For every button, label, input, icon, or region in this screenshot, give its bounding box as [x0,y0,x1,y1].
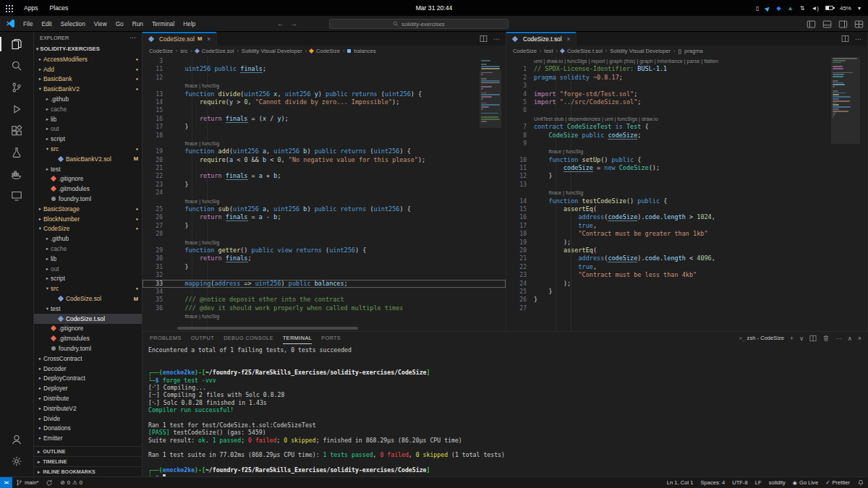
new-terminal-icon[interactable]: + [790,335,793,342]
code-line[interactable]: 10 function setUp() public { [506,156,867,164]
go-live-item[interactable]: ◉Go Live [789,477,822,488]
breadcrumb-item[interactable]: CodeSize.t.sol [567,48,603,54]
run-debug-icon[interactable] [0,98,34,120]
code-line[interactable]: 15 assertEq( [506,205,867,213]
encoding-item[interactable]: UTF-8 [728,477,752,488]
timeline-section[interactable]: ▸TIMELINE [34,456,142,466]
code-line[interactable]: 19 function add(uint256 a, uint256 b) pu… [142,147,506,155]
code-line[interactable]: 3 [506,82,867,90]
code-line[interactable]: 13 [506,181,867,189]
tree-item-BasicBank[interactable]: ▸BasicBank● [34,74,142,85]
tree-item-cache[interactable]: ▸cache [34,244,142,254]
code-line[interactable]: 18 "Contract must be greater than 1kb" [506,230,867,238]
code-line[interactable]: 23 "Contract must be less than 4kb" [506,271,867,279]
explorer-icon[interactable] [0,33,34,55]
codelens-row[interactable]: ftrace | funcSig [142,140,506,147]
tree-item-script[interactable]: ▸script [34,274,142,284]
tab-codesize-sol[interactable]: CodeSize.sol M × [142,32,217,46]
breadcrumb-item[interactable]: CodeSize [316,48,340,54]
code-line[interactable]: 4import "forge-std/Test.sol"; [506,90,867,98]
tree-item-Deployer[interactable]: ▸Deployer [34,383,142,393]
code-line[interactable]: 21 [142,164,506,172]
code-line[interactable]: 11 uint256 public finals; [142,65,506,73]
code-line[interactable]: 35 /// @notice deposit ether into the co… [142,296,506,304]
tree-item-script[interactable]: ▸script [34,134,142,144]
code-line[interactable]: 28 [142,230,506,238]
places-menu[interactable]: Places [45,0,74,16]
tree-item-src[interactable]: ▾src● [34,283,142,294]
source-control-icon[interactable] [0,77,34,98]
tree-item-src[interactable]: ▾src● [34,144,142,154]
terminal-dropdown-icon[interactable]: ∨ [799,335,804,342]
tree-item-Decoder[interactable]: ▸Decoder [34,364,142,374]
tree-item-.gitmodules[interactable]: .gitmodules [34,333,142,343]
code-line[interactable]: 26 return finals = a - b; [142,213,506,221]
kill-terminal-icon[interactable] [822,335,830,342]
code-line[interactable]: 16 return finals = (x / y); [142,115,506,123]
tree-item-.gitignore[interactable]: .gitignore [34,324,142,334]
breadcrumb-item[interactable]: src [180,48,187,54]
codelens-row[interactable]: ftrace | funcSig [142,82,506,90]
tree-item-Donations[interactable]: ▸Donations [34,423,142,433]
terminal-output[interactable]: Encountered a total of 1 failing tests, … [142,344,868,476]
code-line[interactable]: 23 } [142,181,506,189]
code-editor-codesize-t-sol[interactable]: uml | draw.io | funcSigs | report | grap… [506,56,867,331]
tree-item-out[interactable]: ▸out [34,124,142,134]
customize-layout-icon[interactable] [854,20,864,29]
codelens-row[interactable]: UnitTest stub | dependencies | uml | fun… [506,115,867,123]
tree-item-test[interactable]: ▾test [34,304,142,314]
editor-more-actions-icon[interactable]: ⋯ [855,35,861,43]
tree-item-lib[interactable]: ▸lib [34,254,142,264]
split-editor-icon[interactable] [480,35,488,43]
code-line[interactable]: 15 [142,106,506,114]
close-tab-icon[interactable]: × [207,35,210,43]
docker-icon[interactable] [0,163,34,185]
panel-tab-ports[interactable]: PORTS [321,332,341,344]
tree-item-.github[interactable]: ▸.github [34,94,142,104]
breadcrumb-item[interactable]: balances [354,48,375,54]
code-line[interactable]: 26} [506,296,867,304]
maximize-panel-icon[interactable]: ∧ [848,335,852,342]
breadcrumb-item[interactable]: Solidity Visual Developer [610,48,671,54]
tree-item-DeployContract[interactable]: ▸DeployContract [34,374,142,384]
tree-item-DistributeV2[interactable]: ▸DistributeV2 [34,403,142,414]
menu-selection[interactable]: Selection [56,16,90,31]
code-line[interactable]: 20 assertEq( [506,247,867,254]
code-line[interactable]: 24 ); [506,280,867,288]
breadcrumb-item[interactable]: Solidity Visual Developer [242,48,302,54]
apps-menu[interactable]: Apps [19,0,43,16]
code-line[interactable]: 31 } [142,263,506,271]
tree-item-foundry.toml[interactable]: foundry.toml [34,343,142,354]
toggle-panel-icon[interactable] [822,20,832,29]
code-editor-codesize-sol[interactable]: 311 uint256 public finals;12ftrace | fun… [142,56,506,331]
clock[interactable]: Mar 31 20:44 [416,4,453,12]
tree-item-CrossContract[interactable]: ▸CrossContract [34,354,142,364]
tree-item-out[interactable]: ▸out [34,264,142,274]
code-line[interactable]: 30 return finals; [142,254,506,262]
menu-go[interactable]: Go [111,16,128,31]
prettier-item[interactable]: ✓Prettier [822,477,854,488]
tree-item-Distribute[interactable]: ▸Distribute [34,393,142,403]
code-line[interactable]: 1// SPDX-License-Identifier: BUSL-1.1 [506,65,867,73]
split-editor-icon[interactable] [841,35,849,43]
code-line[interactable]: 14 function testCodeSize() public { [506,197,867,205]
code-line[interactable]: 8 CodeSize public codeSize; [506,132,867,140]
notifications-item[interactable] [854,477,868,488]
tree-item-AccessModifiers[interactable]: ▸AccessModifiers● [34,54,142,64]
code-line[interactable]: 25 } [506,288,867,296]
problems-item[interactable]: ⊘0 ⚠0 [56,477,86,488]
minimap[interactable] [831,57,860,331]
remote-indicator[interactable]: >< [0,477,12,488]
codelens-row[interactable]: uml | draw.io | funcSigs | report | grap… [506,57,867,65]
nav-back-icon[interactable]: ← [277,20,284,27]
code-line[interactable]: 19 ); [506,239,867,247]
menu-run[interactable]: Run [128,16,148,31]
panel-tab-terminal[interactable]: TERMINAL [283,332,312,344]
split-terminal-icon[interactable] [809,335,817,342]
distro-menu-icon[interactable] [6,4,17,12]
tree-item-.gitmodules[interactable]: .gitmodules [34,184,142,194]
tree-item-BasicBankV2.sol[interactable]: BasicBankV2.solM [34,154,142,164]
git-branch-item[interactable]: main* [12,477,42,488]
code-line[interactable]: 22 true, [506,263,867,271]
code-line[interactable]: 27 } [142,222,506,230]
